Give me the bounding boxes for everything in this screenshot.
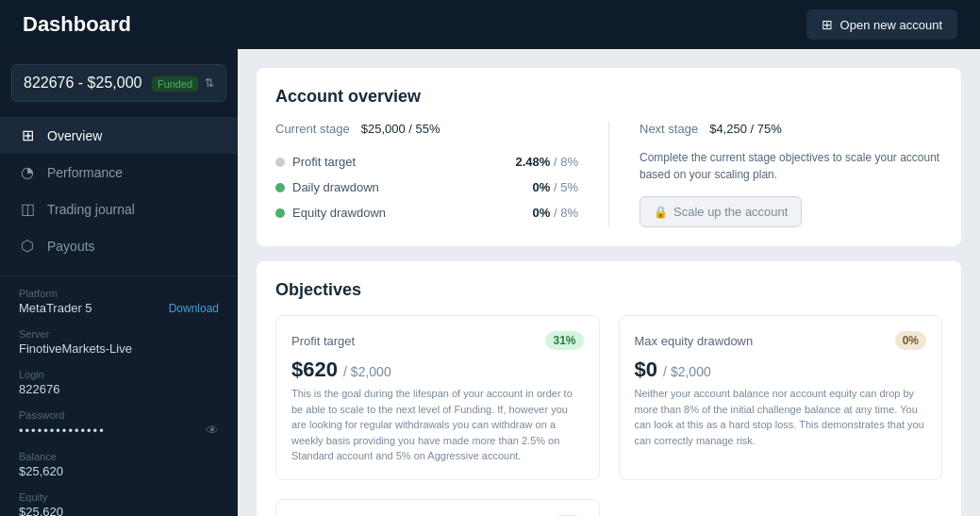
- overview-icon: ⊞: [19, 126, 36, 144]
- sidebar-item-label: Performance: [47, 165, 123, 180]
- metric-daily-drawdown: Daily drawdown 0% / 5%: [275, 175, 578, 200]
- funded-badge: Funded: [152, 76, 198, 92]
- content-area: Account overview Current stage $25,000 /…: [238, 49, 980, 516]
- lock-icon: 🔒: [654, 206, 668, 219]
- sidebar-divider: [0, 275, 238, 276]
- metric-values: 0% / 8%: [533, 206, 578, 220]
- metric-label-group: Equity drawdown: [275, 206, 386, 220]
- metric-label-group: Profit target: [275, 155, 356, 169]
- password-dots: ••••••••••••••: [19, 424, 106, 438]
- objective-daily-drawdown: Daily drawdown 0% $0 / $1,250 In one tra…: [275, 499, 600, 517]
- performance-icon: ◔: [19, 163, 36, 181]
- account-overview-title: Account overview: [275, 87, 942, 107]
- objective-profit-target: Profit target 31% $620 / $2,000 This is …: [275, 315, 600, 480]
- metric-name: Equity drawdown: [292, 206, 386, 220]
- page-title: Dashboard: [23, 12, 131, 37]
- download-link[interactable]: Download: [169, 302, 219, 315]
- sidebar-nav: ⊞ Overview ◔ Performance ◫ Trading journ…: [0, 117, 238, 264]
- obj-amount: $620 / $2,000: [291, 358, 584, 382]
- obj-desc: This is the goal during the lifespan of …: [291, 386, 584, 464]
- objectives-grid: Profit target 31% $620 / $2,000 This is …: [275, 315, 942, 516]
- sidebar-item-label: Payouts: [47, 239, 95, 254]
- progress-badge: 0%: [895, 331, 926, 350]
- account-selector-text: 822676 - $25,000 Funded: [24, 75, 198, 92]
- balance-group: Balance $25,620: [19, 451, 219, 478]
- password-group: Password •••••••••••••• 👁: [19, 409, 219, 438]
- payouts-icon: ⬡: [19, 237, 36, 255]
- progress-badge: 31%: [545, 331, 583, 350]
- open-account-button[interactable]: ⊞ Open new account: [806, 9, 957, 40]
- metric-value-main: 2.48%: [515, 155, 550, 169]
- next-stage-section: Next stage $4,250 / 75% Complete the cur…: [609, 122, 942, 227]
- metric-limit: 8%: [560, 155, 578, 169]
- balance-value: $25,620: [19, 464, 219, 478]
- metric-values: 0% / 5%: [533, 180, 578, 194]
- sidebar-info: Platform MetaTrader 5 Download Server Fi…: [0, 288, 238, 516]
- balance-label: Balance: [19, 451, 219, 462]
- platform-group: Platform MetaTrader 5 Download: [19, 288, 219, 315]
- current-stage-section: Current stage $25,000 / 55% Profit targe…: [275, 122, 609, 227]
- objective-max-equity-drawdown: Max equity drawdown 0% $0 / $2,000 Neith…: [619, 315, 943, 480]
- equity-group: Equity $25,620: [19, 491, 219, 516]
- stage-header: Current stage $25,000 / 55%: [275, 122, 578, 136]
- metric-values: 2.48% / 8%: [515, 155, 578, 169]
- metric-name: Profit target: [292, 155, 356, 169]
- login-value: 822676: [19, 382, 219, 396]
- next-stage-value: $4,250 / 75%: [709, 122, 782, 136]
- sidebar-item-label: Trading journal: [47, 202, 135, 217]
- grid-icon: ⊞: [822, 17, 833, 32]
- server-value: FinotiveMarkets-Live: [19, 341, 219, 356]
- login-label: Login: [19, 369, 219, 380]
- scale-up-button[interactable]: 🔒 Scale up the account: [639, 196, 802, 227]
- sidebar: 822676 - $25,000 Funded ⇅ ⊞ Overview ◔ P…: [0, 49, 238, 516]
- journal-icon: ◫: [19, 200, 36, 218]
- sidebar-item-label: Overview: [47, 128, 102, 143]
- main-layout: 822676 - $25,000 Funded ⇅ ⊞ Overview ◔ P…: [0, 49, 980, 516]
- current-stage-label: Current stage: [275, 122, 350, 136]
- platform-label: Platform: [19, 288, 219, 299]
- metric-limit: 5%: [560, 180, 578, 194]
- sidebar-item-trading-journal[interactable]: ◫ Trading journal: [0, 191, 238, 227]
- server-label: Server: [19, 328, 219, 340]
- header: Dashboard ⊞ Open new account: [0, 0, 980, 49]
- metric-dot-green: [275, 208, 285, 218]
- overview-sections: Current stage $25,000 / 55% Profit targe…: [275, 122, 942, 227]
- metric-label-group: Daily drawdown: [275, 180, 379, 194]
- objectives-title: Objectives: [275, 280, 942, 300]
- sidebar-item-performance[interactable]: ◔ Performance: [0, 154, 238, 191]
- obj-sub-amount: / $2,000: [663, 364, 711, 379]
- next-stage-desc: Complete the current stage objectives to…: [639, 149, 942, 183]
- next-stage-header: Next stage $4,250 / 75%: [639, 122, 942, 136]
- metric-dot-gray: [275, 158, 285, 167]
- metric-equity-drawdown: Equity drawdown 0% / 8%: [275, 200, 578, 225]
- metric-dot-green: [275, 183, 285, 192]
- login-group: Login 822676: [19, 369, 219, 396]
- password-label: Password: [19, 409, 219, 421]
- equity-label: Equity: [19, 491, 219, 503]
- metric-limit: 8%: [560, 206, 578, 220]
- eye-icon[interactable]: 👁: [206, 423, 219, 438]
- objectives-card: Objectives Profit target 31% $620 / $2,0…: [257, 261, 961, 516]
- chevron-up-down-icon: ⇅: [205, 76, 214, 90]
- open-account-label: Open new account: [840, 18, 942, 32]
- scale-btn-label: Scale up the account: [673, 205, 788, 219]
- sidebar-item-payouts[interactable]: ⬡ Payouts: [0, 227, 238, 264]
- account-selector[interactable]: 822676 - $25,000 Funded ⇅: [11, 64, 226, 102]
- current-stage-value: $25,000 / 55%: [361, 122, 440, 136]
- platform-value: MetaTrader 5 Download: [19, 301, 219, 315]
- account-overview-card: Account overview Current stage $25,000 /…: [257, 68, 961, 246]
- obj-sub-amount: / $2,000: [343, 364, 391, 379]
- objective-header: Profit target 31%: [291, 331, 584, 350]
- obj-title: Max equity drawdown: [635, 334, 754, 348]
- metric-name: Daily drawdown: [292, 180, 379, 194]
- objective-header: Max equity drawdown 0%: [635, 331, 927, 350]
- obj-title: Profit target: [291, 334, 355, 348]
- server-group: Server FinotiveMarkets-Live: [19, 328, 219, 356]
- equity-value: $25,620: [19, 505, 219, 516]
- password-value: •••••••••••••• 👁: [19, 423, 219, 438]
- obj-amount: $0 / $2,000: [635, 358, 927, 382]
- metric-value-main: 0%: [533, 180, 551, 194]
- metric-value-main: 0%: [533, 206, 551, 220]
- obj-desc: Neither your account balance nor account…: [635, 386, 927, 448]
- sidebar-item-overview[interactable]: ⊞ Overview: [0, 117, 238, 154]
